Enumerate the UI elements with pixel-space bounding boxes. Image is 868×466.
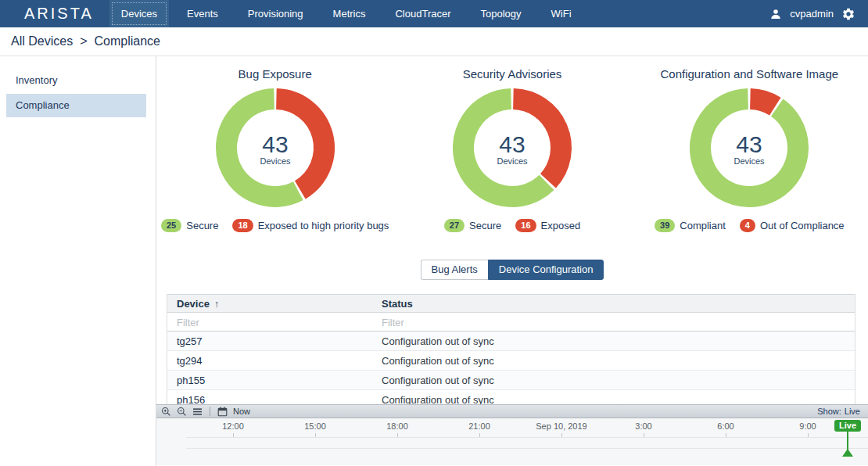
nav-item-wifi[interactable]: WiFi [540,0,583,27]
legend-count-badge: 18 [232,219,253,232]
timeline-now-button[interactable]: Now [233,407,250,416]
device-link[interactable]: ph155 [177,375,205,386]
donut-center-value: 43 [499,131,525,157]
timeline-tick-mark [561,433,562,437]
status-text: Configuration out of sync [382,355,494,367]
status-cell: Configuration out of sync [382,375,855,386]
table-row: ph156Configuration out of sync [167,390,855,404]
toolbar-divider [210,407,210,416]
timeline-tick-mark [233,433,234,437]
table-header-row: Device↑Status [167,294,855,313]
donut-center-label: Devices [734,156,766,166]
device-cell: tg257 [167,335,382,347]
timeline-tick-label: 12:00 [222,421,244,431]
arista-logo[interactable]: ARISTA [0,0,109,27]
nav-item-cloudtracer[interactable]: CloudTracer [383,0,462,27]
sort-asc-icon: ↑ [214,299,219,310]
cloudvision-app: ARISTA DevicesEventsProvisioningMetricsC… [0,0,868,466]
zoom-out-icon[interactable] [177,407,187,417]
status-cell: Configuration out of sync [382,335,855,347]
timeline-tick-label: 18:00 [386,421,408,431]
donut-segment-out-of-compliance[interactable] [751,99,776,107]
legend-item: 16Exposed [515,219,580,232]
timeline-panel: Now Show: Live Live 12:0015:0018:0021:00… [156,404,868,466]
nav-item-events[interactable]: Events [175,0,230,27]
live-cursor-line[interactable] [847,432,848,450]
timeline-show-control: Show: Live [817,407,860,416]
username[interactable]: cvpadmin [790,8,834,20]
tab-device-configuration[interactable]: Device Configuration [488,260,604,280]
status-cell: Configuration out of sync [382,355,855,367]
breadcrumb-current: Compliance [94,34,160,48]
chart-legend: 25Secure18Exposed to high priority bugs [161,219,389,232]
device-cell: ph155 [167,375,382,386]
sidebar: InventoryCompliance [0,56,156,466]
calendar-icon[interactable] [217,407,228,417]
zoom-in-icon[interactable] [161,407,171,417]
timeline-tick-mark [644,433,644,437]
table-row: tg294Configuration out of sync [167,351,855,371]
nav-item-devices[interactable]: Devices [109,0,169,27]
timeline-tick-label: Sep 10, 2019 [536,421,586,431]
show-value[interactable]: Live [845,407,860,416]
timeline-tick-label: 15:00 [304,421,326,431]
legend-label: Exposed [541,220,581,231]
donut-center-label: Devices [260,156,291,166]
legend-count-badge: 39 [655,219,675,232]
donut-chart: 43Devices [687,85,812,210]
nav-menu: DevicesEventsProvisioningMetricsCloudTra… [109,0,590,27]
legend-count-badge: 4 [740,219,755,232]
table-filter-row [167,313,855,332]
nav-item-provisioning[interactable]: Provisioning [236,0,315,27]
sidebar-item-compliance[interactable]: Compliance [6,94,146,117]
nav-item-topology[interactable]: Topology [469,0,533,27]
chart-column-1: Security Advisories43Devices27Secure16Ex… [393,67,630,232]
status-filter-input[interactable] [382,317,538,328]
status-cell: Configuration out of sync [382,394,855,405]
legend-count-badge: 25 [161,219,181,232]
filter-cell-status [382,315,855,329]
chart-column-2: Configuration and Software Image43Device… [631,67,868,232]
status-text: Configuration out of sync [382,335,494,347]
timeline-tick-label: 9:00 [799,421,816,431]
column-header-status[interactable]: Status [382,298,855,310]
filter-cell-device [167,315,382,329]
device-link[interactable]: tg257 [177,335,203,347]
timeline-tick-mark [315,433,316,437]
legend-label: Compliant [680,220,726,231]
timeline-tick-label: 3:00 [635,421,651,431]
donut-center-value: 43 [262,131,288,157]
top-nav-bar: ARISTA DevicesEventsProvisioningMetricsC… [0,0,868,27]
status-text: Configuration out of sync [382,394,494,405]
device-link[interactable]: ph156 [177,394,205,405]
table-row: ph155Configuration out of sync [167,371,855,390]
settings-gear-icon[interactable] [841,7,855,21]
column-header-device[interactable]: Device↑ [167,298,382,310]
chart-legend: 27Secure16Exposed [444,219,580,232]
device-link[interactable]: tg294 [177,355,203,367]
legend-item: 39Compliant [655,219,726,232]
timeline-tick-mark [397,433,398,437]
live-badge[interactable]: Live [834,420,861,432]
legend-item: 25Secure [161,219,218,232]
nav-item-metrics[interactable]: Metrics [321,0,378,27]
device-filter-input[interactable] [177,317,333,328]
timeline-track[interactable]: Live 12:0015:0018:0021:00Sep 10, 20193:0… [156,418,868,465]
timeline-menu-icon[interactable] [192,407,203,416]
breadcrumb-parent[interactable]: All Devices [11,34,73,48]
table-tabs: Bug AlertsDevice Configuration [156,260,868,280]
legend-item: 27Secure [444,219,501,232]
timeline-tick-mark [479,433,480,437]
legend-item: 18Exposed to high priority bugs [232,219,389,232]
timeline-gridline [186,448,868,449]
table-row: tg257Configuration out of sync [167,332,855,351]
sidebar-item-inventory[interactable]: Inventory [6,69,146,92]
chart-title: Security Advisories [463,67,562,81]
device-table: Device↑Statustg257Configuration out of s… [167,294,855,404]
timeline-tick-mark [726,433,726,437]
user-icon [769,8,782,20]
tab-bug-alerts[interactable]: Bug Alerts [421,260,488,280]
live-cursor-marker[interactable] [842,449,853,457]
compliance-charts-row: Bug Exposure43Devices25Secure18Exposed t… [156,67,868,232]
legend-label: Secure [469,220,501,231]
